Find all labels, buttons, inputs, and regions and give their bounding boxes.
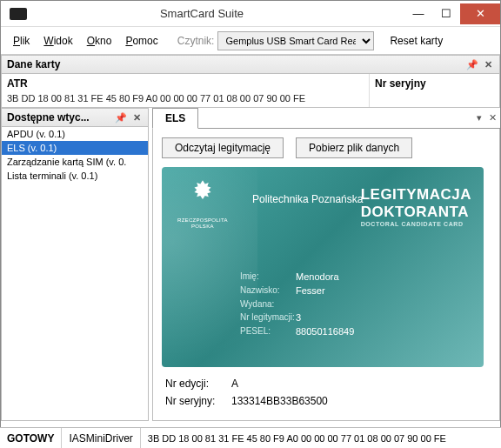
reader-select[interactable]: Gemplus USB Smart Card Reader ( [217,31,374,50]
id-card-image: RZECZPOSPOLITA POLSKA Politechnika Pozna… [162,167,484,367]
status-ready: GOTOWY [0,428,62,448]
window-title: SmartCard Suite [0,7,404,20]
atr-value: 3B DD 18 00 81 31 FE 45 80 F9 A0 00 00 0… [7,93,364,104]
list-item[interactable]: ELS (v. 0.1) [2,141,148,155]
close-button[interactable]: ✕ [460,3,500,24]
pesel-label: PESEL: [240,326,296,337]
els-panel: Odczytaj legitymację Pobierz plik danych… [152,129,500,421]
dane-karty-header: Dane karty 📌 ✕ [1,55,500,74]
plugins-title: Dostępne wtyc... [7,111,90,124]
serial-label: Nr seryjny [375,77,494,90]
plugins-header: Dostępne wtyc... 📌 ✕ [1,108,149,127]
emblem-text-2: POLSKA [177,224,228,230]
tab-dropdown-icon[interactable]: ▾ [473,112,485,124]
imie-label: Imię: [240,271,296,282]
legit-line3: DOCTORAL CANDIDATE CARD [361,221,471,227]
tab-row: ELS ▾ ✕ [152,108,500,129]
titlebar: SmartCard Suite — ☐ ✕ [1,1,500,27]
pin-icon[interactable]: 📌 [466,58,478,70]
list-item[interactable]: APDU (v. 0.1) [2,127,148,141]
close-icon[interactable]: ✕ [482,58,494,70]
emblem-text-1: RZECZPOSPOLITA [177,217,228,224]
atr-label: ATR [7,77,364,90]
legit-line1: LEGITYMACJA [361,186,471,204]
dane-karty-body: ATR 3B DD 18 00 81 31 FE 45 80 F9 A0 00 … [1,74,500,108]
menu-widok[interactable]: Widok [38,31,77,50]
tab-els[interactable]: ELS [152,108,198,129]
close-icon[interactable]: ✕ [130,111,143,124]
download-file-button[interactable]: Pobierz plik danych [296,137,412,158]
menu-plik[interactable]: Plik [8,31,35,50]
status-driver: IASMiniDriver [62,428,140,448]
nrleg-value: 3 [296,312,301,323]
statusbar: GOTOWY IASMiniDriver 3B DD 18 00 81 31 F… [0,427,501,448]
tab-close-icon[interactable]: ✕ [485,112,500,124]
dane-karty-title: Dane karty [7,58,60,70]
nrleg-label: Nr legitymacji: [240,312,296,323]
pin-icon[interactable]: 📌 [115,111,127,124]
reader-label: Czytnik: [177,35,215,47]
maximize-button[interactable]: ☐ [432,3,460,24]
serial-label: Nr seryjny: [162,395,231,407]
list-item[interactable]: Zarządzanie kartą SIM (v. 0. [2,155,148,169]
read-card-button[interactable]: Odczytaj legitymację [162,137,284,158]
reset-card-button[interactable]: Reset karty [383,33,450,49]
menubar: Plik Widok Okno Pomoc Czytnik: Gemplus U… [1,27,500,55]
university-name: Politechnika Poznańska [252,193,363,205]
list-item[interactable]: Lista terminali (v. 0.1) [2,169,148,183]
serial-value: 133314BB33B63500 [231,395,328,407]
nazwisko-label: Nazwisko: [240,285,296,296]
plugins-list: APDU (v. 0.1) ELS (v. 0.1) Zarządzanie k… [1,127,149,421]
state-emblem: RZECZPOSPOLITA POLSKA [177,179,228,229]
edition-label: Nr edycji: [162,378,231,390]
menu-pomoc[interactable]: Pomoc [120,31,163,50]
pesel-value: 88050116849 [296,326,354,337]
status-atr: 3B DD 18 00 81 31 FE 45 80 F9 A0 00 00 0… [141,428,501,448]
imie-value: Menodora [296,271,339,282]
minimize-button[interactable]: — [404,3,432,24]
nazwisko-value: Fesser [296,285,325,296]
legit-line2: DOKTORANTA [361,204,471,221]
wydana-label: Wydana: [240,299,296,309]
menu-okno[interactable]: Okno [82,31,117,50]
edition-value: A [231,378,238,390]
